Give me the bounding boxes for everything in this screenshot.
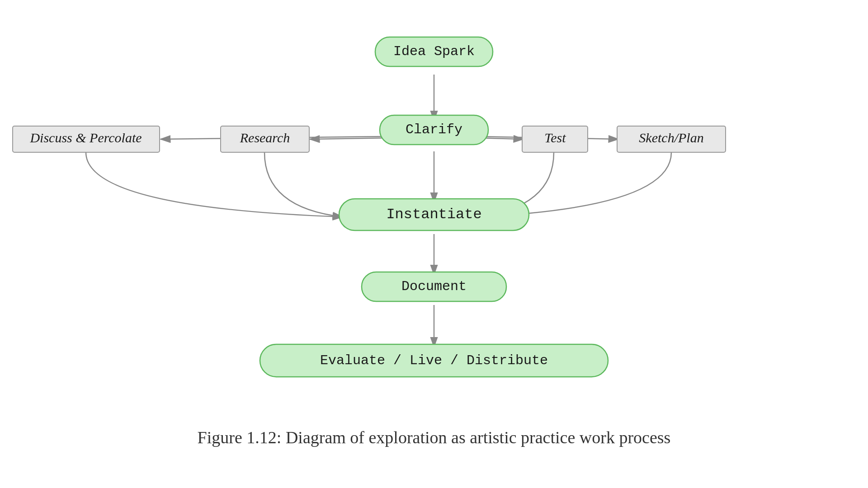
arrow-clarify-research	[310, 138, 393, 139]
figure-caption: Figure 1.12: Diagram of exploration as a…	[0, 427, 868, 447]
idea-spark-label: Idea Spark	[393, 44, 475, 59]
instantiate-label: Instantiate	[386, 206, 481, 223]
evaluate-label: Evaluate / Live / Distribute	[320, 353, 548, 368]
arrow-research-instantiate	[264, 152, 343, 217]
flow-diagram: Idea Spark Discuss & Percolate Research …	[0, 0, 868, 488]
document-label: Document	[401, 279, 467, 294]
clarify-label: Clarify	[406, 122, 462, 137]
arrow-discuss-instantiate	[86, 152, 343, 217]
discuss-label: Discuss & Percolate	[29, 130, 142, 145]
test-label: Test	[544, 130, 566, 145]
sketch-label: Sketch/Plan	[639, 130, 703, 145]
research-label: Research	[240, 130, 290, 145]
diagram-container: Idea Spark Discuss & Percolate Research …	[0, 0, 868, 488]
